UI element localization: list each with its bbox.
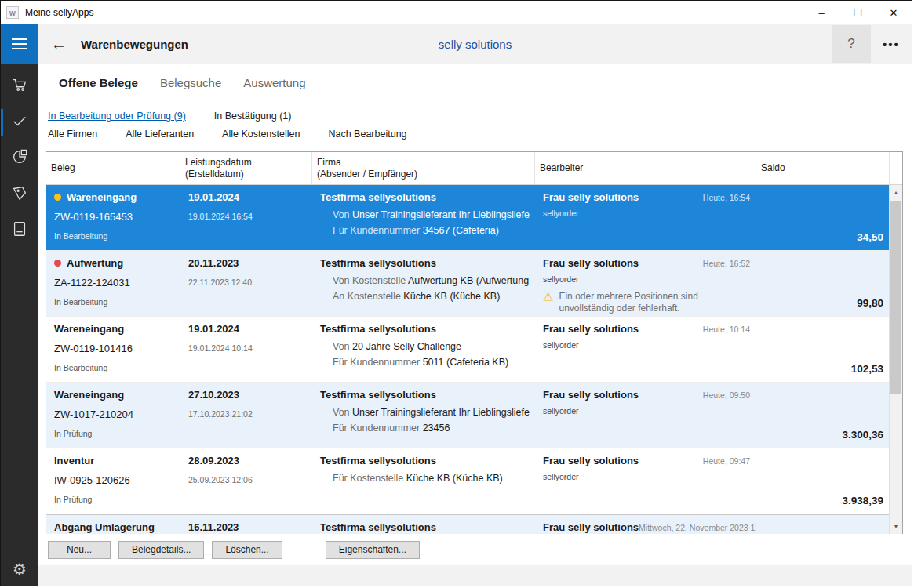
- sidebar-item-tags[interactable]: [1, 176, 38, 212]
- editor-account: sellyorder: [543, 406, 752, 416]
- table-row[interactable]: Aufwertung ZA-1122-124031 In Bearbeitung…: [46, 251, 890, 317]
- document-number: IW-0925-120626: [54, 474, 176, 486]
- detail-line: Für Kundennummer 23456: [333, 423, 530, 434]
- tab-auswertung[interactable]: Auswertung: [243, 76, 305, 89]
- delete-button[interactable]: Löschen...: [212, 541, 282, 559]
- company-name: Testfirma sellysolutions: [320, 191, 530, 203]
- document-status: In Prüfung: [54, 495, 176, 504]
- filter-in-bestaetigung[interactable]: In Bestätigung (1): [214, 111, 292, 122]
- filter-in-bearbeitung[interactable]: In Bearbeitung oder Prüfung (9): [48, 111, 186, 122]
- cell-beleg: Wareneingang ZW-1017-210204 In Prüfung: [46, 383, 180, 448]
- minimize-button[interactable]: –: [803, 1, 839, 24]
- table-row[interactable]: Wareneingang ZW-0119-101416 In Bearbeitu…: [46, 317, 890, 383]
- new-button[interactable]: Neu...: [48, 541, 111, 559]
- detail-line: Für Kundennummer 5011 (Cafeteria KB): [333, 357, 530, 368]
- filter-alle-kostenstellen[interactable]: Alle Kostenstellen: [222, 129, 300, 140]
- detail-line: Von 20 Jahre Selly Challenge: [333, 341, 530, 352]
- column-header-beleg[interactable]: Beleg: [46, 152, 180, 184]
- properties-button[interactable]: Eigenschaften...: [326, 541, 420, 559]
- back-arrow-icon[interactable]: ←: [51, 35, 67, 53]
- company-name: Testfirma sellysolutions: [320, 521, 530, 533]
- cell-datum: 20.11.2023 22.11.2023 12:40: [180, 251, 312, 316]
- window-title: Meine sellyApps: [25, 7, 93, 18]
- vertical-scrollbar[interactable]: ▲ ▼: [889, 185, 902, 534]
- sidebar-item-open-documents[interactable]: [1, 104, 38, 140]
- company-name: Testfirma sellysolutions: [320, 323, 530, 335]
- table-row[interactable]: Abgang Umlagerung 16.11.2023 Testfirma s…: [46, 514, 890, 534]
- sidebar-item-reports[interactable]: [1, 140, 38, 176]
- table-header: Beleg Leistungsdatum(Erstelldatum) Firma…: [46, 152, 902, 185]
- sidebar: ⚙: [1, 24, 38, 586]
- filter-alle-lieferanten[interactable]: Alle Lieferanten: [126, 129, 194, 140]
- tab-belegsuche[interactable]: Belegsuche: [160, 76, 221, 89]
- column-header-firma[interactable]: Firma(Absender / Empfänger): [312, 152, 535, 184]
- cell-firma: Testfirma sellysolutions Von Unser Train…: [312, 383, 535, 448]
- app-header: ← Warenbewegungen selly solutions ? •••: [38, 24, 912, 64]
- hamburger-menu-icon[interactable]: [1, 24, 38, 64]
- cell-firma: Testfirma sellysolutions: [312, 515, 535, 534]
- document-type: Aufwertung: [67, 257, 123, 269]
- document-number: ZW-0119-165453: [54, 211, 176, 223]
- table-row[interactable]: Inventur IW-0925-120626 In Prüfung 28.09…: [46, 448, 890, 514]
- settings-gear-icon[interactable]: ⚙: [1, 551, 38, 586]
- cell-saldo: 99,80: [756, 251, 890, 316]
- help-icon[interactable]: ?: [832, 25, 871, 63]
- document-details: Von Unser Trainingslieferant Ihr Lieblin…: [320, 209, 530, 236]
- more-options-icon[interactable]: •••: [871, 25, 912, 63]
- filter-area: In Bearbeitung oder Prüfung (9) In Bestä…: [38, 101, 912, 151]
- column-header-bearbeiter[interactable]: Bearbeiter: [535, 152, 756, 184]
- document-type: Wareneingang: [67, 191, 137, 203]
- cell-saldo: 102,53: [756, 317, 890, 382]
- created-date: 17.10.2023 21:02: [188, 409, 308, 419]
- detail-line: Für Kostenstelle Küche KB (Küche KB): [333, 473, 530, 484]
- cell-beleg: Wareneingang ZW-0119-165453 In Bearbeitu…: [46, 185, 180, 250]
- document-type: Wareneingang: [54, 389, 124, 401]
- sidebar-item-catalog[interactable]: [1, 212, 38, 249]
- scroll-down-icon[interactable]: ▼: [890, 520, 902, 533]
- status-dot-icon: [54, 260, 61, 267]
- tab-offene-belege[interactable]: Offene Belege: [59, 76, 138, 89]
- edit-timestamp: Mittwoch, 22. November 2023 12:38: [639, 523, 756, 532]
- document-number: ZW-0119-101416: [54, 343, 176, 354]
- editor-name: Frau selly solutions: [543, 389, 639, 401]
- action-bar: Neu... Belegdetails... Löschen... Eigens…: [38, 534, 912, 565]
- documents-table: Beleg Leistungsdatum(Erstelldatum) Firma…: [46, 151, 903, 534]
- warning-text: Ein oder mehrere Positionen sind unvolls…: [559, 291, 730, 314]
- close-button[interactable]: ✕: [876, 1, 912, 24]
- document-details: Von Kostenstelle Aufwertung KB (Aufwertu…: [320, 275, 530, 302]
- filter-alle-firmen[interactable]: Alle Firmen: [48, 129, 97, 140]
- cell-beleg: Wareneingang ZW-0119-101416 In Bearbeitu…: [46, 317, 180, 382]
- document-details: Für Kostenstelle Küche KB (Küche KB): [320, 473, 530, 484]
- cell-firma: Testfirma sellysolutions Von 20 Jahre Se…: [312, 317, 535, 382]
- maximize-button[interactable]: ☐: [839, 1, 876, 24]
- cell-saldo: 34,50: [756, 185, 890, 250]
- pie-chart-icon: [11, 148, 28, 169]
- table-row[interactable]: Wareneingang ZW-1017-210204 In Prüfung 2…: [46, 383, 890, 448]
- created-date: 19.01.2024 10:14: [188, 343, 308, 353]
- cell-beleg: Abgang Umlagerung: [46, 515, 180, 534]
- tag-icon: [11, 184, 28, 205]
- detail-line: An Kostenstelle Küche KB (Küche KB): [333, 291, 530, 302]
- cell-bearbeiter: Frau selly solutions Heute, 16:54 sellyo…: [535, 185, 756, 250]
- document-type: Abgang Umlagerung: [54, 521, 155, 533]
- cell-datum: 27.10.2023 17.10.2023 21:02: [180, 383, 312, 448]
- service-date: 19.01.2024: [188, 191, 308, 203]
- filter-nach-bearbeitung[interactable]: Nach Bearbeitung: [328, 129, 406, 140]
- cell-bearbeiter: Frau selly solutions Heute, 09:47 sellyo…: [535, 448, 756, 514]
- document-details-button[interactable]: Belegdetails...: [118, 541, 204, 559]
- column-header-saldo[interactable]: Saldo: [756, 152, 890, 184]
- detail-line: Für Kundennummer 34567 (Cafeteria): [333, 225, 530, 236]
- editor-name: Frau selly solutions: [543, 191, 639, 203]
- scrollbar-thumb[interactable]: [890, 201, 901, 394]
- table-row[interactable]: Wareneingang ZW-0119-165453 In Bearbeitu…: [46, 185, 890, 251]
- edit-timestamp: Heute, 10:14: [703, 325, 750, 334]
- cell-bearbeiter: Frau selly solutions Heute, 16:52 sellyo…: [535, 251, 756, 316]
- edit-timestamp: Heute, 16:54: [703, 193, 750, 202]
- warning-triangle-icon: ⚠: [543, 291, 553, 303]
- scroll-up-icon[interactable]: ▲: [890, 186, 902, 199]
- document-status: In Bearbeitung: [54, 363, 176, 372]
- sidebar-item-cart[interactable]: [1, 68, 38, 104]
- column-header-leistungsdatum[interactable]: Leistungsdatum(Erstelldatum): [180, 152, 312, 184]
- editor-name: Frau selly solutions: [543, 521, 639, 533]
- cell-bearbeiter: Frau selly solutions Heute, 09:50 sellyo…: [535, 383, 756, 448]
